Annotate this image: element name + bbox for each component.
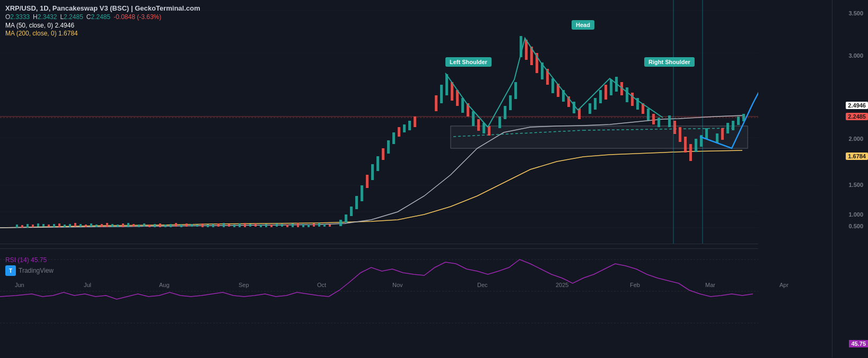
svg-rect-121 — [626, 87, 628, 102]
svg-rect-45 — [191, 224, 193, 227]
svg-rect-33 — [127, 223, 129, 227]
svg-rect-108 — [551, 78, 554, 93]
ma50-indicator: MA (50, close, 0) 2.4946 — [5, 22, 200, 29]
svg-rect-34 — [133, 224, 135, 227]
svg-rect-135 — [705, 128, 708, 139]
price-label-1000: 1.000 — [846, 211, 865, 218]
svg-rect-117 — [604, 85, 607, 100]
svg-rect-22 — [69, 224, 71, 227]
svg-rect-116 — [599, 90, 602, 103]
time-label-2025: 2025 — [556, 282, 568, 288]
svg-rect-71 — [329, 225, 331, 227]
svg-rect-82 — [392, 132, 395, 144]
svg-rect-59 — [265, 224, 267, 227]
svg-rect-29 — [106, 223, 108, 227]
price-label-ma200: 1.6784 — [846, 153, 868, 160]
svg-rect-17 — [42, 224, 45, 227]
svg-rect-55 — [244, 223, 246, 227]
svg-rect-56 — [249, 224, 251, 227]
svg-rect-50 — [217, 223, 220, 227]
svg-rect-74 — [350, 207, 353, 216]
svg-rect-94 — [472, 111, 475, 126]
svg-rect-15 — [32, 225, 34, 227]
svg-rect-19 — [53, 224, 55, 227]
rsi-chart — [0, 249, 758, 334]
svg-rect-14 — [27, 224, 29, 228]
svg-rect-28 — [101, 224, 103, 227]
time-label-oct: Oct — [317, 282, 326, 288]
right-shoulder-label: Right Shoulder — [644, 57, 695, 67]
svg-rect-133 — [695, 139, 697, 152]
svg-rect-115 — [594, 98, 597, 110]
price-label-2000: 2.000 — [846, 135, 865, 142]
svg-rect-132 — [689, 144, 692, 161]
svg-rect-58 — [260, 225, 262, 227]
svg-rect-88 — [440, 85, 443, 103]
ma200-indicator: MA (200, close, 0) 1.6784 — [5, 30, 200, 37]
svg-rect-20 — [58, 223, 60, 227]
tradingview-logo: T TradingView — [5, 265, 54, 276]
price-label-current: 2.2485 — [846, 113, 868, 120]
left-shoulder-label: Left Shoulder — [445, 57, 492, 67]
time-label-feb: Feb — [630, 282, 640, 288]
svg-rect-92 — [461, 98, 464, 113]
tv-icon: T — [5, 265, 16, 276]
svg-rect-13 — [21, 225, 23, 228]
chart-symbol: XRP/USD, 1D, Pancakeswap V3 (BSC) | Geck… — [5, 4, 200, 12]
price-change: -0.0848 (-3.63%) — [113, 13, 161, 21]
svg-rect-52 — [228, 224, 230, 227]
svg-rect-42 — [175, 223, 177, 227]
svg-rect-63 — [286, 225, 288, 227]
svg-rect-77 — [366, 175, 369, 188]
svg-rect-86 — [414, 117, 416, 127]
svg-rect-38 — [154, 224, 156, 227]
svg-rect-51 — [223, 223, 225, 227]
svg-rect-41 — [170, 224, 172, 227]
svg-rect-16 — [37, 223, 39, 227]
svg-rect-65 — [297, 223, 299, 227]
svg-rect-139 — [732, 121, 734, 130]
rsi-separator — [0, 248, 758, 249]
rsi-value-badge: 45.75 — [849, 340, 868, 347]
price-label-0500: 0.500 — [846, 222, 865, 230]
svg-rect-47 — [201, 223, 204, 227]
svg-rect-54 — [239, 223, 241, 227]
svg-rect-21 — [64, 225, 66, 227]
svg-rect-48 — [207, 225, 209, 227]
ohlc-high: H2.3432 — [33, 13, 57, 21]
svg-rect-85 — [408, 121, 411, 130]
svg-rect-99 — [504, 106, 506, 119]
svg-rect-136 — [716, 133, 718, 143]
tv-text: TradingView — [19, 267, 54, 274]
svg-rect-128 — [668, 115, 671, 127]
ohlc-open: O2.3333 — [5, 13, 30, 21]
svg-rect-67 — [308, 225, 310, 227]
time-label-nov: Nov — [392, 282, 403, 288]
svg-rect-122 — [631, 93, 634, 106]
svg-rect-114 — [589, 103, 591, 114]
svg-rect-60 — [270, 225, 273, 227]
svg-rect-79 — [376, 156, 379, 171]
svg-rect-75 — [355, 196, 358, 209]
price-axis — [832, 0, 868, 244]
time-label-apr: Apr — [779, 282, 788, 288]
svg-rect-12 — [16, 225, 18, 228]
svg-rect-81 — [387, 140, 390, 154]
svg-rect-138 — [726, 123, 729, 133]
svg-rect-72 — [339, 220, 342, 226]
price-label-3500: 3.500 — [846, 10, 865, 17]
svg-rect-32 — [122, 223, 124, 227]
svg-rect-87 — [435, 95, 437, 111]
svg-rect-83 — [398, 127, 400, 137]
svg-rect-78 — [371, 164, 374, 180]
svg-rect-118 — [610, 79, 612, 95]
svg-rect-62 — [281, 224, 283, 227]
svg-rect-76 — [361, 185, 363, 201]
svg-rect-95 — [477, 119, 480, 131]
svg-rect-23 — [74, 223, 76, 227]
head-label: Head — [572, 20, 594, 30]
svg-rect-39 — [159, 223, 161, 227]
svg-rect-98 — [498, 117, 501, 128]
svg-rect-44 — [186, 223, 188, 227]
svg-rect-100 — [509, 95, 512, 110]
